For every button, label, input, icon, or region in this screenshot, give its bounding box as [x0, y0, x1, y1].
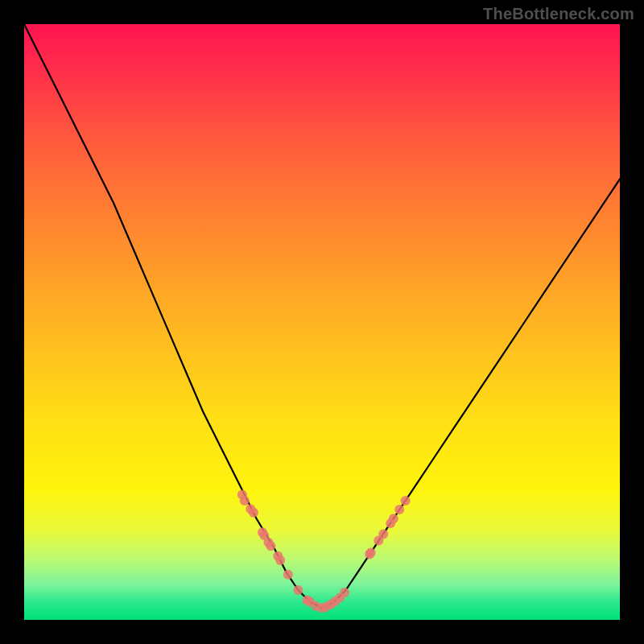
- marker-point: [275, 555, 285, 565]
- marker-point: [401, 496, 411, 506]
- chart-container: TheBottleneck.com: [0, 0, 644, 644]
- marker-layer: [237, 490, 411, 613]
- bottleneck-chart-svg: [24, 24, 620, 620]
- marker-point: [266, 541, 275, 551]
- marker-point: [340, 588, 349, 597]
- marker-point: [366, 547, 376, 557]
- marker-point: [240, 496, 250, 506]
- marker-point: [389, 514, 398, 523]
- plot-area: [24, 24, 620, 620]
- marker-point: [283, 570, 293, 580]
- marker-point: [394, 505, 404, 514]
- marker-point: [293, 585, 303, 595]
- marker-point: [378, 529, 388, 539]
- marker-point: [249, 508, 258, 518]
- bottleneck-curve: [24, 24, 620, 608]
- watermark-text: TheBottleneck.com: [483, 5, 634, 23]
